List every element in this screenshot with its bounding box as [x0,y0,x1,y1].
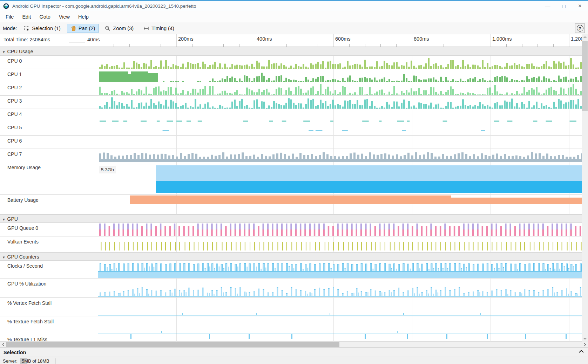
track-row-cpu-0[interactable]: CPU 0 [0,56,582,69]
track-row-gpu-queue-0[interactable]: GPU Queue 0 [0,223,582,236]
minimize-button[interactable]: — [540,1,556,11]
track-chart-clocks-second[interactable] [98,261,582,279]
collapse-arrow-icon[interactable]: ▾ [3,255,5,260]
track-label-cpu-6: CPU 6 [0,136,98,149]
track-label-gpu-utilization: GPU % Utilization [0,279,98,297]
track-label-cpu-3: CPU 3 [0,96,98,109]
selection-panel-header[interactable]: Selection [0,347,588,357]
track-chart-gpu-utilization[interactable] [98,279,582,298]
track-row-cpu-6[interactable]: CPU 6 [0,136,582,149]
scroll-left-icon[interactable] [0,342,6,347]
track-chart-memory-usage[interactable]: 5.3Gb [98,162,582,195]
maximize-button[interactable]: □ [556,1,572,11]
track-label-battery-usage: Battery Usage [0,195,98,214]
app-window: Android GPU Inspector - com.google.andro… [0,0,588,364]
track-chart-vertex-fetch-stall[interactable] [98,298,582,316]
track-chart-cpu-1[interactable] [98,69,582,82]
mode-label: Mode: [3,26,17,31]
scroll-down-icon[interactable] [582,336,588,342]
track-label-vulkan-events: Vulkan Events [0,236,98,252]
track-row-cpu-1[interactable]: CPU 1 [0,69,582,82]
vertical-scroll-thumb[interactable] [582,41,588,111]
pan-mode-label: Pan (2) [79,26,95,31]
track-row-memory-usage[interactable]: Memory Usage5.3Gb [0,162,582,195]
track-row-gpu-utilization[interactable]: GPU % Utilization [0,279,582,298]
section-title: GPU [7,216,18,222]
track-row-battery-usage[interactable]: Battery Usage [0,195,582,214]
track-chart-gpu-queue-0[interactable] [98,223,582,236]
scroll-right-icon[interactable] [582,342,588,347]
track-row-vertex-fetch-stall[interactable]: % Vertex Fetch Stall [0,298,582,316]
track-chart-texture-fetch-stall[interactable] [98,316,582,334]
track-row-cpu-5[interactable]: CPU 5 [0,122,582,136]
section-band-cpu-usage [98,47,582,56]
track-row-vulkan-events[interactable]: Vulkan Events [0,236,582,252]
zoom-mode-button[interactable]: Zoom (3) [101,24,137,33]
scale-bracket-icon [69,39,85,43]
ruler-tick-label: 1,200ms [571,36,582,42]
selection-mode-button[interactable]: Selection (1) [20,24,64,33]
horizontal-scroll-thumb[interactable] [6,342,339,347]
section-label-gpu-counters[interactable]: ▾GPU Counters [0,253,98,260]
track-row-cpu-7[interactable]: CPU 7 [0,149,582,162]
section-label-gpu[interactable]: ▾GPU [0,215,98,222]
server-memory-text: 5MB of 18MB [22,358,49,364]
zoom-mode-icon [105,26,110,31]
track-label-gpu-queue-0: GPU Queue 0 [0,223,98,236]
menu-item-goto[interactable]: Goto [35,12,54,21]
track-label-texture-l1-miss: % Texture L1 Miss [0,334,98,341]
ruler-tick-label: 600ms [335,36,351,42]
collapse-arrow-icon[interactable]: ▾ [3,50,5,54]
selection-mode-label: Selection (1) [32,26,60,31]
track-chart-cpu-5[interactable] [98,122,582,136]
track-chart-texture-l1-miss[interactable] [98,334,582,342]
menu-bar: FileEditGotoViewHelp [0,11,588,22]
track-row-clocks-second[interactable]: Clocks / Second [0,261,582,279]
help-icon: ? [577,25,583,32]
menu-item-edit[interactable]: Edit [18,12,35,21]
track-chart-cpu-7[interactable] [98,149,582,162]
track-label-cpu-4: CPU 4 [0,109,98,122]
track-chart-cpu-4[interactable] [98,109,582,122]
server-memory-badge: 5MB of 18MB [20,358,52,364]
track-chart-cpu-3[interactable] [98,96,582,109]
track-chart-vulkan-events[interactable] [98,236,582,252]
track-chart-cpu-6[interactable] [98,136,582,149]
horizontal-scrollbar[interactable] [0,342,588,347]
track-chart-battery-usage[interactable] [98,195,582,214]
vertical-scrollbar[interactable] [582,34,588,342]
scroll-up-icon[interactable] [582,34,588,40]
section-header-gpu-counters[interactable]: ▾GPU Counters [0,252,582,261]
section-label-cpu-usage[interactable]: ▾CPU Usage [0,47,98,55]
pan-mode-button[interactable]: Pan (2) [67,24,99,33]
close-button[interactable]: × [572,1,588,11]
section-header-gpu[interactable]: ▾GPU [0,214,582,223]
menu-item-file[interactable]: File [1,12,18,21]
ruler-summary: Total Time: 2s084ms 40ms [0,34,98,47]
track-row-cpu-3[interactable]: CPU 3 [0,96,582,109]
timeline-tracks: ▾CPU UsageCPU 0CPU 1CPU 2CPU 3CPU 4CPU 5… [0,47,582,342]
track-row-texture-fetch-stall[interactable]: % Texture Fetch Stall [0,316,582,334]
track-label-cpu-7: CPU 7 [0,149,98,162]
menu-item-help[interactable]: Help [74,12,93,21]
track-chart-cpu-2[interactable] [98,82,582,96]
track-label-cpu-0: CPU 0 [0,56,98,69]
collapse-arrow-icon[interactable]: ▾ [3,217,5,222]
ruler-tick-label: 200ms [178,36,194,42]
zoom-mode-label: Zoom (3) [113,26,134,31]
track-row-texture-l1-miss[interactable]: % Texture L1 Miss [0,334,582,342]
status-separator [55,358,55,364]
menu-item-view[interactable]: View [55,12,74,21]
section-band-gpu-counters [98,253,582,261]
collapse-panel-icon[interactable] [579,350,584,353]
track-row-cpu-2[interactable]: CPU 2 [0,82,582,96]
server-label: Server: [3,358,18,364]
track-label-clocks-second: Clocks / Second [0,261,98,278]
help-button[interactable]: ? [575,23,585,33]
timing-mode-button[interactable]: Timing (4) [140,24,178,33]
section-header-cpu-usage[interactable]: ▾CPU Usage [0,47,582,56]
track-chart-cpu-0[interactable] [98,56,582,69]
timeline-ruler[interactable]: Total Time: 2s084ms 40ms 200ms400ms600ms… [0,34,588,47]
ruler-ticks: 200ms400ms600ms800ms1,000ms1,200ms [98,34,582,47]
track-row-cpu-4[interactable]: CPU 4 [0,109,582,122]
